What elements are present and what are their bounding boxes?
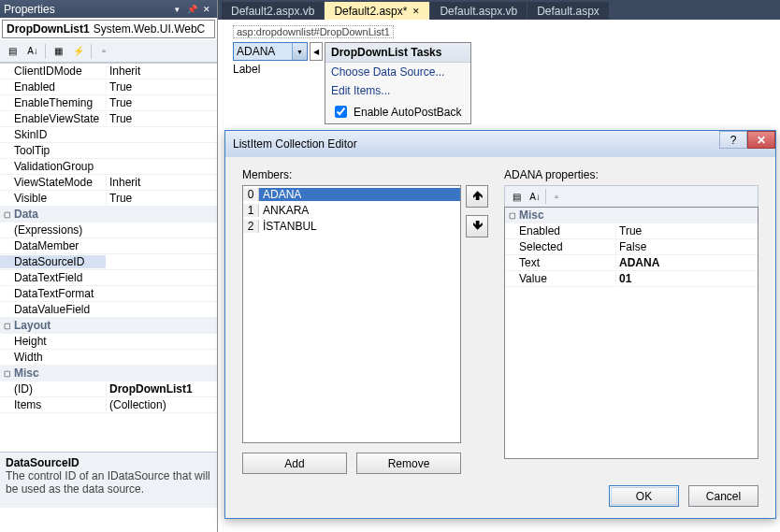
choose-datasource-link[interactable]: Choose Data Source... xyxy=(325,63,470,81)
property-row[interactable]: DataTextFormat xyxy=(0,286,217,302)
window-menu-icon[interactable]: ▾ xyxy=(170,3,183,16)
properties-panel: Properties ▾ 📌 ✕ DropDownList1 System.We… xyxy=(0,0,218,532)
property-row[interactable]: TextADANA xyxy=(505,255,758,271)
object-name: DropDownList1 xyxy=(7,22,90,36)
property-pages-icon[interactable]: ▫ xyxy=(95,43,112,60)
close-panel-icon[interactable]: ✕ xyxy=(200,3,213,16)
list-item[interactable]: 2İSTANBUL xyxy=(243,218,460,234)
item-properties-label: ADANA properties: xyxy=(504,168,758,181)
property-row[interactable]: SkinID xyxy=(0,127,217,143)
property-row[interactable]: DataSourceID xyxy=(0,254,217,270)
item-properties-grid[interactable]: ▢MiscEnabledTrueSelectedFalseTextADANAVa… xyxy=(504,207,758,459)
members-label: Members: xyxy=(242,168,484,181)
property-row[interactable]: Value01 xyxy=(505,271,758,287)
cancel-button[interactable]: Cancel xyxy=(688,485,758,507)
property-row[interactable]: DataTextField xyxy=(0,270,217,286)
properties-title: Properties xyxy=(4,3,55,16)
property-row[interactable]: Width xyxy=(0,350,217,366)
dialog-titlebar[interactable]: ListItem Collection Editor ? ✕ xyxy=(225,131,775,157)
document-tab[interactable]: Default2.aspx.vb xyxy=(222,2,324,20)
close-tab-icon[interactable]: ✕ xyxy=(412,7,420,16)
document-tab[interactable]: Default2.aspx* ✕ xyxy=(325,2,429,20)
alphabetical-icon[interactable]: A↓ xyxy=(527,188,543,205)
document-tab[interactable]: Default.aspx.vb xyxy=(430,2,527,20)
smart-tasks-panel: DropDownList Tasks Choose Data Source...… xyxy=(325,42,471,124)
enable-autopostback-label: Enable AutoPostBack xyxy=(354,106,461,119)
listitem-editor-dialog: ListItem Collection Editor ? ✕ Members: … xyxy=(224,130,776,519)
property-row[interactable]: DataMember xyxy=(0,238,217,254)
object-selector[interactable]: DropDownList1 System.Web.UI.WebC xyxy=(2,20,215,38)
breadcrumb[interactable]: asp:dropdownlist#DropDownList1 xyxy=(233,25,394,38)
dropdown-arrow-icon[interactable]: ▼ xyxy=(292,43,307,60)
object-type: System.Web.UI.WebC xyxy=(94,22,206,36)
property-row[interactable]: (Expressions) xyxy=(0,223,217,238)
members-list[interactable]: 0ADANA1ANKARA2İSTANBUL xyxy=(242,185,461,443)
help-desc: The control ID of an IDataSource that wi… xyxy=(6,469,211,496)
ok-button[interactable]: OK xyxy=(609,485,679,507)
dropdown-selected: ADANA xyxy=(237,45,275,58)
property-row[interactable]: VisibleTrue xyxy=(0,191,217,207)
dropdownlist-control[interactable]: ADANA ▼ xyxy=(233,42,308,61)
property-row[interactable]: EnableViewStateTrue xyxy=(0,111,217,127)
property-row[interactable]: EnabledTrue xyxy=(505,223,758,239)
properties-panel-header: Properties ▾ 📌 ✕ xyxy=(0,0,217,18)
events-icon[interactable]: ⚡ xyxy=(70,43,87,60)
properties-help: DataSourceID The control ID of an IDataS… xyxy=(0,452,217,508)
dialog-close-button[interactable]: ✕ xyxy=(747,131,775,149)
dialog-help-button[interactable]: ? xyxy=(719,131,747,149)
property-row[interactable]: Items(Collection) xyxy=(0,397,217,413)
property-row[interactable]: ViewStateModeInherit xyxy=(0,175,217,191)
property-category[interactable]: ▢Misc xyxy=(505,208,758,223)
list-item[interactable]: 1ANKARA xyxy=(243,202,460,218)
property-row[interactable]: DataValueField xyxy=(0,302,217,318)
pin-icon[interactable]: 📌 xyxy=(185,3,198,16)
list-item[interactable]: 0ADANA xyxy=(243,186,460,202)
property-row[interactable]: EnableThemingTrue xyxy=(0,95,217,111)
document-tabbar: Default2.aspx.vbDefault2.aspx* ✕Default.… xyxy=(218,0,780,20)
property-row[interactable]: SelectedFalse xyxy=(505,239,758,255)
property-category[interactable]: ▢Data xyxy=(0,207,217,223)
edit-items-link[interactable]: Edit Items... xyxy=(325,81,470,100)
property-row[interactable]: EnabledTrue xyxy=(0,79,217,95)
enable-autopostback-checkbox[interactable] xyxy=(335,106,347,118)
property-pages-icon[interactable]: ▫ xyxy=(548,188,565,205)
properties-toolbar: ▤ A↓ ▦ ⚡ ▫ xyxy=(0,40,217,63)
remove-button[interactable]: Remove xyxy=(356,453,461,474)
dialog-title: ListItem Collection Editor xyxy=(233,137,357,151)
label-control[interactable]: Label xyxy=(233,63,260,76)
properties-view-icon[interactable]: ▦ xyxy=(50,43,66,60)
move-up-button[interactable]: 🡹 xyxy=(466,185,488,208)
smart-tag-button[interactable]: ◀ xyxy=(310,42,323,61)
help-name: DataSourceID xyxy=(6,456,211,469)
add-button[interactable]: Add xyxy=(242,453,347,474)
document-tab[interactable]: Default.aspx xyxy=(527,2,609,20)
property-row[interactable]: Height xyxy=(0,334,217,350)
property-row[interactable]: ClientIDModeInherit xyxy=(0,64,217,79)
property-row[interactable]: ValidationGroup xyxy=(0,159,217,175)
categorized-icon[interactable]: ▤ xyxy=(508,188,525,205)
categorized-icon[interactable]: ▤ xyxy=(4,43,21,60)
smart-tasks-title: DropDownList Tasks xyxy=(325,43,470,63)
property-category[interactable]: ▢Misc xyxy=(0,366,217,381)
property-row[interactable]: ToolTip xyxy=(0,143,217,159)
enable-autopostback-row[interactable]: Enable AutoPostBack xyxy=(325,100,470,123)
property-category[interactable]: ▢Layout xyxy=(0,318,217,334)
alphabetical-icon[interactable]: A↓ xyxy=(24,43,41,60)
item-prop-toolbar: ▤ A↓ ▫ xyxy=(504,185,758,208)
move-down-button[interactable]: 🡻 xyxy=(466,215,488,237)
property-row[interactable]: (ID)DropDownList1 xyxy=(0,381,217,397)
properties-grid[interactable]: ClientIDModeInheritEnabledTrueEnableThem… xyxy=(0,63,217,452)
